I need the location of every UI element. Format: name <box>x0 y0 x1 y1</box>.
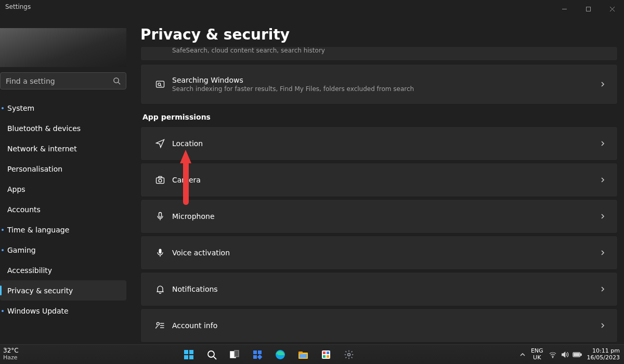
sidebar-item-accessibility[interactable]: Accessibility <box>0 260 126 280</box>
maximize-button[interactable] <box>576 1 600 17</box>
taskbar: 32°C Haze ENG <box>0 344 624 364</box>
sidebar-item-network[interactable]: Network & internet <box>0 138 126 159</box>
wifi-icon[interactable] <box>549 350 557 359</box>
sidebar-item-label: Time & language <box>7 226 69 234</box>
setting-label-sub: Search indexing for faster results, Find… <box>172 85 600 93</box>
svg-point-17 <box>157 322 159 325</box>
location-icon <box>151 138 169 149</box>
sidebar-item-gaming[interactable]: Gaming <box>0 240 126 260</box>
search-input[interactable] <box>6 77 113 85</box>
window-buttons <box>552 1 624 17</box>
minimize-button[interactable] <box>552 1 576 17</box>
main-content: Privacy & security SafeSearch, cloud con… <box>140 26 618 344</box>
chevron-right-icon <box>600 81 606 87</box>
search-windows-icon <box>151 79 169 89</box>
svg-rect-40 <box>323 355 326 358</box>
svg-rect-29 <box>253 350 257 354</box>
setting-row-location[interactable]: Location <box>140 126 618 161</box>
sidebar-item-label: Apps <box>7 185 25 193</box>
sidebar-item-privacy-security[interactable]: Privacy & security <box>0 280 126 301</box>
microphone-icon <box>151 211 169 222</box>
sidebar-item-label: Network & internet <box>7 145 77 153</box>
sidebar-item-label: Personalisation <box>7 165 62 173</box>
battery-icon[interactable] <box>573 352 582 358</box>
explorer-icon[interactable] <box>294 346 313 363</box>
setting-row-camera[interactable]: Camera <box>140 163 618 197</box>
svg-rect-31 <box>253 355 257 359</box>
svg-rect-15 <box>159 249 162 254</box>
taskbar-right: ENG UK 10:11 pm 16/05/2023 <box>519 348 624 360</box>
setting-label: Voice activation <box>172 249 600 257</box>
sidebar-item-label: Privacy & security <box>7 287 73 295</box>
setting-row-searching-windows[interactable]: Searching Windows Search indexing for fa… <box>140 64 618 105</box>
start-button[interactable] <box>179 346 198 363</box>
svg-point-4 <box>114 78 119 83</box>
svg-marker-44 <box>562 352 565 357</box>
setting-label: Notifications <box>172 285 600 293</box>
svg-rect-35 <box>298 352 303 354</box>
svg-point-43 <box>552 357 553 357</box>
svg-rect-13 <box>159 213 162 217</box>
sidebar-item-label: Bluetooth & devices <box>7 124 81 133</box>
chevron-right-icon <box>600 286 606 292</box>
svg-point-42 <box>348 353 350 356</box>
svg-rect-39 <box>327 352 329 354</box>
svg-rect-47 <box>574 353 579 356</box>
volume-icon[interactable] <box>561 350 569 359</box>
chevron-right-icon <box>600 213 606 219</box>
camera-icon <box>151 175 169 185</box>
setting-row-notifications[interactable]: Notifications <box>140 272 618 306</box>
svg-rect-28 <box>235 350 239 357</box>
account-info-icon <box>151 320 169 331</box>
sidebar: System Bluetooth & devices Network & int… <box>0 98 126 321</box>
setting-row-account-info[interactable]: Account info <box>140 308 618 343</box>
svg-rect-22 <box>189 350 193 354</box>
search-icon <box>113 77 121 85</box>
task-view-icon[interactable] <box>225 346 244 363</box>
svg-rect-10 <box>157 178 164 184</box>
sidebar-item-label: Accounts <box>7 205 41 214</box>
svg-line-5 <box>118 82 120 84</box>
taskbar-app-icon[interactable] <box>317 346 335 363</box>
svg-rect-30 <box>258 350 262 354</box>
sidebar-item-personalisation[interactable]: Personalisation <box>0 159 126 179</box>
widgets-icon[interactable] <box>248 346 267 363</box>
taskbar-clock[interactable]: 10:11 pm 16/05/2023 <box>587 348 620 360</box>
setting-row-voice-activation[interactable]: Voice activation <box>140 236 618 270</box>
settings-taskbar-icon[interactable] <box>340 346 358 363</box>
svg-rect-21 <box>184 350 188 354</box>
sidebar-item-accounts[interactable]: Accounts <box>0 199 126 219</box>
svg-point-7 <box>158 83 161 86</box>
search-box[interactable] <box>0 72 126 89</box>
tray-chevron-icon[interactable] <box>519 352 526 358</box>
svg-rect-12 <box>159 176 162 178</box>
svg-line-26 <box>214 357 216 359</box>
svg-rect-36 <box>300 354 307 358</box>
setting-label: Microphone <box>172 212 600 220</box>
setting-label: Camera <box>172 176 600 184</box>
bell-icon <box>151 284 169 294</box>
language-indicator[interactable]: ENG UK <box>531 348 543 360</box>
taskbar-center <box>19 346 519 363</box>
edge-icon[interactable] <box>271 346 290 363</box>
close-button[interactable] <box>600 1 624 17</box>
taskbar-weather[interactable]: 32°C Haze <box>0 347 19 361</box>
chevron-right-icon <box>600 322 606 329</box>
sidebar-item-label: Accessibility <box>7 266 52 275</box>
chevron-right-icon <box>600 250 606 256</box>
setting-row-search-permissions[interactable]: SafeSearch, cloud content search, search… <box>140 46 618 61</box>
sidebar-item-apps[interactable]: Apps <box>0 179 126 199</box>
sidebar-item-time-language[interactable]: Time & language <box>0 219 126 240</box>
voice-activation-icon <box>151 248 169 258</box>
sidebar-item-bluetooth[interactable]: Bluetooth & devices <box>0 118 126 138</box>
taskbar-search-icon[interactable] <box>202 346 221 363</box>
sidebar-item-windows-update[interactable]: Windows Update <box>0 301 126 321</box>
user-banner[interactable] <box>0 28 126 67</box>
sidebar-item-system[interactable]: System <box>0 98 126 118</box>
setting-label: Account info <box>172 321 600 330</box>
setting-row-microphone[interactable]: Microphone <box>140 199 618 233</box>
setting-label-sub: SafeSearch, cloud content search, search… <box>172 47 606 54</box>
sidebar-item-label: Windows Update <box>7 307 69 315</box>
chevron-right-icon <box>600 140 606 147</box>
chevron-right-icon <box>600 177 606 183</box>
